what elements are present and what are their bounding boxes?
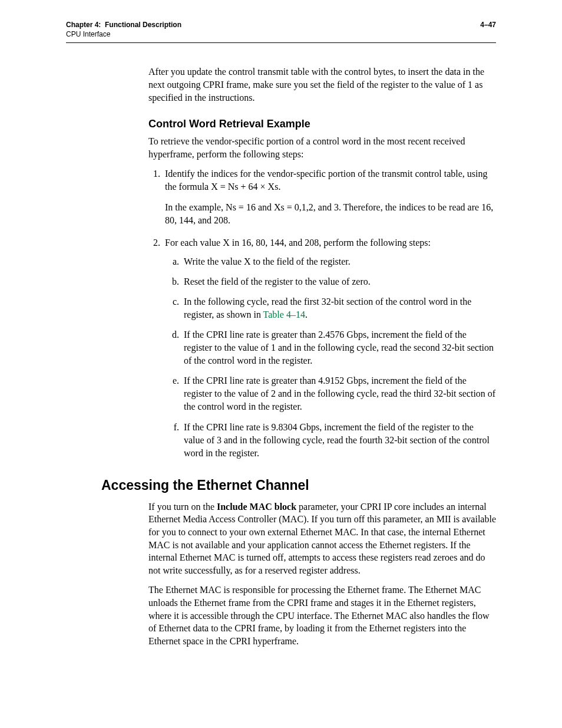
heading-accessing-ethernet: Accessing the Ethernet Channel — [101, 477, 496, 493]
eth-p1-a: If you turn on the — [148, 502, 217, 512]
eth-p1-bold: Include MAC block — [217, 502, 296, 512]
substep-d: If the CPRI line rate is greater than 2.… — [181, 328, 496, 367]
substep-f: If the CPRI line rate is 9.8304 Gbps, in… — [181, 421, 496, 460]
step-2: For each value X in 16, 80, 144, and 208… — [163, 236, 496, 460]
intro-paragraph: After you update the control transmit ta… — [148, 65, 496, 104]
substep-a: Write the value X to the field of the re… — [181, 255, 496, 268]
substep-list: Write the value X to the field of the re… — [165, 255, 496, 460]
step-2-intro: For each value X in 16, 80, 144, and 208… — [165, 238, 431, 248]
substep-c-text-b: . — [305, 309, 308, 319]
page-number: 4–47 — [480, 20, 496, 39]
retrieval-intro: To retrieve the vendor-specific portion … — [148, 135, 496, 160]
step-1-text-b: In the example, Ns = 16 and Xs = 0,1,2, … — [165, 201, 496, 227]
header-section: CPU Interface — [66, 30, 110, 38]
header-left: Chapter 4: Functional Description CPU In… — [66, 20, 181, 39]
substep-b: Reset the field of the register to the v… — [181, 275, 496, 288]
ethernet-p1: If you turn on the Include MAC block par… — [148, 500, 496, 577]
step-1-text-a: Identify the indices for the vendor-spec… — [165, 169, 488, 192]
eth-p1-b: parameter, your CPRI IP core includes an… — [148, 502, 496, 575]
substep-c-text-a: In the following cycle, read the first 3… — [184, 297, 471, 319]
chapter-label: Chapter 4: — [66, 21, 101, 29]
table-link[interactable]: Table 4–14 — [263, 309, 305, 319]
page-header: Chapter 4: Functional Description CPU In… — [66, 20, 496, 43]
chapter-title: Functional Description — [105, 21, 181, 29]
ethernet-p2: The Ethernet MAC is responsible for proc… — [148, 584, 496, 647]
substep-c: In the following cycle, read the first 3… — [181, 295, 496, 321]
step-list: Identify the indices for the vendor-spec… — [148, 167, 496, 459]
substep-e: If the CPRI line rate is greater than 4.… — [181, 374, 496, 413]
step-1: Identify the indices for the vendor-spec… — [163, 167, 496, 226]
heading-control-word-retrieval: Control Word Retrieval Example — [148, 118, 496, 130]
